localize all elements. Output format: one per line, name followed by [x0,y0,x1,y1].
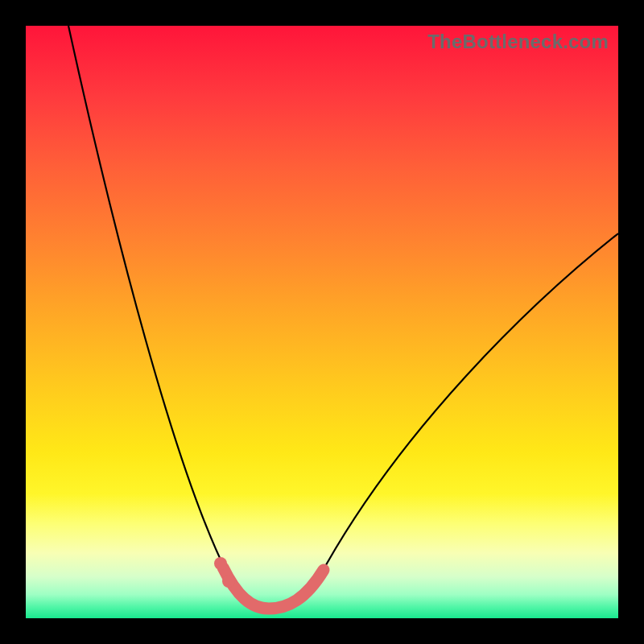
plot-area: TheBottleneck.com [26,26,618,618]
watermark-text: TheBottleneck.com [427,31,609,53]
curve-layer [26,26,618,618]
bottom-highlight-marker [214,557,227,570]
main-curve [68,26,618,609]
bottom-highlight-marker [222,575,235,588]
bottom-highlight [223,568,324,609]
outer-frame: TheBottleneck.com [0,0,644,644]
